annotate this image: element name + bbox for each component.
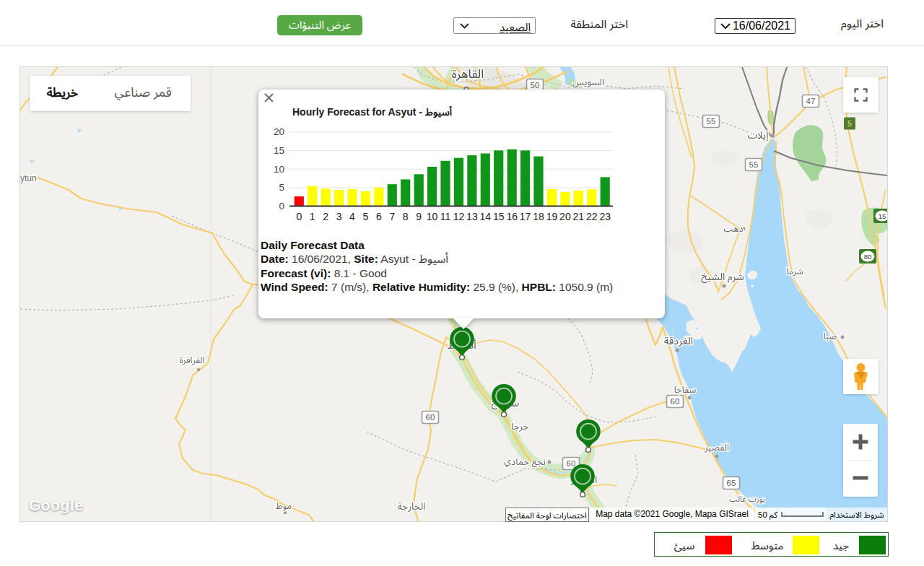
- svg-text:55: 55: [707, 117, 716, 126]
- svg-text:3: 3: [336, 211, 342, 222]
- svg-text:الغردقة: الغردقة: [664, 333, 694, 347]
- svg-text:جرجا: جرجا: [511, 419, 529, 432]
- svg-text:12: 12: [453, 211, 465, 222]
- svg-text:23: 23: [599, 211, 611, 222]
- svg-text:ضبا: ضبا: [824, 330, 837, 342]
- svg-text:الفرافرة: الفرافرة: [179, 354, 204, 366]
- svg-text:الخارجة: الخارجة: [398, 500, 426, 513]
- svg-text:47: 47: [806, 97, 816, 105]
- svg-text:القصير: القصير: [704, 441, 729, 453]
- svg-text:ytun: ytun: [20, 173, 37, 183]
- svg-text:شرما: شرما: [786, 265, 803, 277]
- svg-text:60: 60: [671, 397, 680, 406]
- svg-text:20: 20: [274, 126, 284, 137]
- svg-text:إيلات: إيلات: [748, 129, 770, 142]
- svg-text:0: 0: [296, 211, 302, 222]
- svg-text:60: 60: [567, 459, 576, 468]
- svg-text:4: 4: [349, 211, 355, 222]
- svg-text:5: 5: [363, 211, 369, 222]
- svg-text:17: 17: [520, 211, 531, 222]
- svg-text:16: 16: [506, 211, 518, 222]
- svg-text:8: 8: [403, 211, 409, 222]
- svg-text:14: 14: [480, 211, 492, 222]
- svg-text:15: 15: [493, 211, 505, 222]
- svg-text:15: 15: [879, 212, 886, 220]
- svg-text:شرم الشيخ: شرم الشيخ: [701, 269, 744, 284]
- svg-text:السويس: السويس: [572, 75, 604, 88]
- svg-text:13: 13: [466, 211, 478, 222]
- svg-text:20: 20: [559, 211, 571, 222]
- svg-text:9: 9: [416, 211, 422, 222]
- svg-text:نجع حمادي: نجع حمادي: [504, 455, 546, 468]
- svg-text:55: 55: [749, 160, 759, 169]
- svg-text:5: 5: [847, 119, 852, 128]
- svg-text:دهب: دهب: [724, 222, 744, 235]
- svg-text:2: 2: [323, 211, 328, 222]
- svg-text:7: 7: [389, 211, 395, 222]
- svg-text:11: 11: [440, 211, 451, 222]
- svg-text:5: 5: [279, 182, 284, 193]
- svg-text:60: 60: [426, 413, 435, 422]
- svg-text:65: 65: [727, 479, 736, 487]
- svg-text:سفاجا: سفاجا: [674, 383, 697, 396]
- svg-text:21: 21: [573, 211, 585, 222]
- svg-text:19: 19: [546, 211, 558, 222]
- svg-text:80: 80: [864, 253, 872, 261]
- svg-text:10: 10: [427, 211, 438, 222]
- svg-text:موط: موط: [276, 500, 292, 512]
- svg-text:0: 0: [279, 201, 284, 212]
- svg-text:بورت غالب: بورت غالب: [729, 493, 765, 504]
- svg-text:القاهرة: القاهرة: [452, 67, 484, 82]
- svg-text:6: 6: [376, 211, 382, 222]
- svg-text:10: 10: [274, 164, 284, 175]
- svg-text:1: 1: [310, 211, 315, 222]
- svg-text:22: 22: [586, 211, 598, 222]
- svg-text:15: 15: [274, 145, 284, 156]
- svg-text:18: 18: [533, 211, 544, 222]
- svg-text:50: 50: [531, 81, 540, 90]
